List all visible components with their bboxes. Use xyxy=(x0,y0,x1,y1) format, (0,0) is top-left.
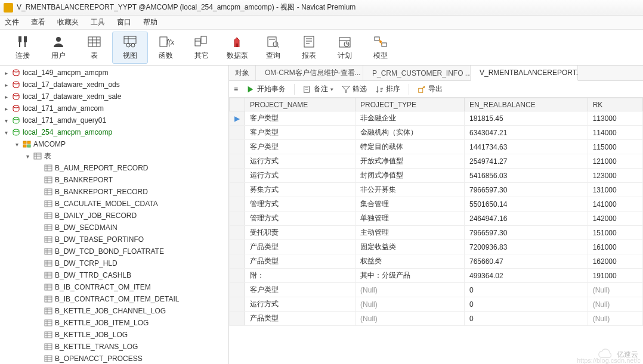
table-B_DW_SECDMAIN[interactable]: B_DW_SECDMAIN xyxy=(0,222,228,234)
connection-tree[interactable]: ▸local_149_amcpm_amcpm▸local_17_dataware… xyxy=(0,66,229,364)
data-grid[interactable]: PROJECT_NAMEPROJECT_TYPEEN_REALBALANCERK… xyxy=(229,98,643,364)
connection-local_149_amcpm_amcpm[interactable]: ▸local_149_amcpm_amcpm xyxy=(0,67,228,79)
cell[interactable]: 非公开募集 xyxy=(355,183,465,197)
connection-local_254_amcpm_amcomp[interactable]: ▾local_254_amcpm_amcomp xyxy=(0,126,228,138)
toolbar-connect[interactable]: 连接 xyxy=(5,32,41,64)
expand-icon[interactable]: ▸ xyxy=(2,94,10,100)
cell[interactable]: 0 xyxy=(464,283,588,297)
table-row[interactable]: 产品类型权益类765660.47162000 xyxy=(230,254,643,269)
expand-icon[interactable]: ▸ xyxy=(2,82,10,88)
toolbar-datapump[interactable]: 数据泵 xyxy=(220,32,255,64)
table-B_DW_TCRP_HLD[interactable]: B_DW_TCRP_HLD xyxy=(0,257,228,269)
table-B_DW_TTRD_CASHLB[interactable]: B_DW_TTRD_CASHLB xyxy=(0,269,228,281)
cell[interactable]: 6343047.21 xyxy=(464,126,588,140)
cell[interactable]: 765660.47 xyxy=(464,254,588,269)
table-B_AUM_REPORT_RECORD[interactable]: B_AUM_REPORT_RECORD xyxy=(0,162,228,174)
cell[interactable]: 161000 xyxy=(588,240,642,254)
cell[interactable]: 封闭式净值型 xyxy=(355,169,465,183)
table-B_KETTLE_JOB_LOG[interactable]: B_KETTLE_JOB_LOG xyxy=(0,329,228,341)
connection-local_17_dataware_xedm_sale[interactable]: ▸local_17_dataware_xedm_sale xyxy=(0,91,228,102)
cell[interactable]: 499364.02 xyxy=(464,269,588,283)
cell[interactable]: 开放式净值型 xyxy=(355,154,465,169)
sort-button[interactable]: 排序 xyxy=(375,84,400,94)
filter-button[interactable]: 筛选 xyxy=(342,84,367,94)
cell[interactable]: 管理方式 xyxy=(245,197,355,211)
cell[interactable]: 客户类型 xyxy=(245,140,355,154)
toolbar-report[interactable]: 报表 xyxy=(291,32,327,64)
table-row[interactable]: 管理方式单独管理2464947.16142000 xyxy=(230,211,643,226)
table-row[interactable]: 募集方式非公开募集7966597.30131000 xyxy=(230,183,643,197)
table-row[interactable]: 运行方式开放式净值型2549741.27121000 xyxy=(230,154,643,169)
expand-icon[interactable]: ▾ xyxy=(13,141,20,148)
cell[interactable]: (Null) xyxy=(588,283,642,297)
cell[interactable]: 121000 xyxy=(588,154,642,169)
col-RK[interactable]: RK xyxy=(588,98,642,111)
col-EN_REALBALANCE[interactable]: EN_REALBALANCE xyxy=(464,98,588,111)
tab-objects[interactable]: 对象 xyxy=(229,66,256,80)
cell[interactable]: (Null) xyxy=(588,297,642,312)
begin-transaction-button[interactable]: 开始事务 xyxy=(246,84,286,94)
cell[interactable]: 191000 xyxy=(588,269,642,283)
col-PROJECT_NAME[interactable]: PROJECT_NAME xyxy=(245,98,355,111)
cell[interactable]: 162000 xyxy=(588,254,642,269)
toolbar-view[interactable]: 视图 xyxy=(112,32,148,64)
cell[interactable]: 特定目的载体 xyxy=(355,140,465,154)
cell[interactable]: 募集方式 xyxy=(245,183,355,197)
cell[interactable]: 141000 xyxy=(588,197,642,211)
table-B_KETTLE_JOB_CHANNEL_LOG[interactable]: B_KETTLE_JOB_CHANNEL_LOG xyxy=(0,305,228,317)
cell[interactable]: 142000 xyxy=(588,211,642,226)
expand-icon[interactable]: ▸ xyxy=(2,105,10,112)
cell[interactable]: 7200936.83 xyxy=(464,240,588,254)
cell[interactable]: 0 xyxy=(464,312,588,326)
cell[interactable]: 受托职责 xyxy=(245,226,355,240)
toolbar-model[interactable]: 模型 xyxy=(363,32,398,64)
table-B_DAILY_JOB_RECORD[interactable]: B_DAILY_JOB_RECORD xyxy=(0,210,228,222)
cell[interactable]: 2549741.27 xyxy=(464,154,588,169)
cell[interactable]: 附： xyxy=(245,269,355,283)
connection-local_171_amdw_amcom[interactable]: ▸local_171_amdw_amcom xyxy=(0,102,228,114)
table-B_DW_TCD_BOND_FLOATRATE[interactable]: B_DW_TCD_BOND_FLOATRATE xyxy=(0,245,228,257)
cell[interactable]: (Null) xyxy=(355,297,465,312)
toolbar-query[interactable]: 查询 xyxy=(255,32,291,64)
cell[interactable]: 运行方式 xyxy=(245,154,355,169)
cell[interactable]: 产品类型 xyxy=(245,312,355,326)
cell[interactable]: 1441734.63 xyxy=(464,140,588,154)
cell[interactable]: 客户类型 xyxy=(245,283,355,297)
cell[interactable]: 5501650.14 xyxy=(464,197,588,211)
expand-icon[interactable]: ▾ xyxy=(2,129,10,136)
table-B_KETTLE_TRANS_LOG[interactable]: B_KETTLE_TRANS_LOG xyxy=(0,341,228,353)
cell[interactable]: 非金融企业 xyxy=(355,111,465,126)
table-row[interactable]: 产品类型(Null)0(Null) xyxy=(230,312,643,326)
expand-icon[interactable]: ▾ xyxy=(24,153,31,160)
table-row[interactable]: 运行方式(Null)0(Null) xyxy=(230,297,643,312)
table-B_IB_CONTRACT_OM_ITEM_DETAIL[interactable]: B_IB_CONTRACT_OM_ITEM_DETAIL xyxy=(0,293,228,305)
table-row[interactable]: 产品类型固定收益类7200936.83161000 xyxy=(230,240,643,254)
table-row[interactable]: 附：其中：分级产品499364.02191000 xyxy=(230,269,643,283)
cell[interactable]: 181815.45 xyxy=(464,111,588,126)
export-button[interactable]: 导出 xyxy=(418,84,443,94)
table-row[interactable]: 客户类型金融机构（实体）6343047.21114000 xyxy=(230,126,643,140)
table-row[interactable]: 运行方式封闭式净值型5416856.03123000 xyxy=(230,169,643,183)
toolbar-schedule[interactable]: 计划 xyxy=(327,32,363,64)
cell[interactable]: (Null) xyxy=(355,312,465,326)
table-row[interactable]: 管理方式集合管理5501650.14141000 xyxy=(230,197,643,211)
cell[interactable]: 2464947.16 xyxy=(464,211,588,226)
cell[interactable]: 集合管理 xyxy=(355,197,465,211)
cell[interactable]: 运行方式 xyxy=(245,297,355,312)
table-B_DW_TBASE_PORTINFO[interactable]: B_DW_TBASE_PORTINFO xyxy=(0,234,228,245)
menu-查看[interactable]: 查看 xyxy=(31,17,45,27)
toolbar-other[interactable]: 其它 xyxy=(184,32,220,64)
table-row[interactable]: 客户类型特定目的载体1441734.63115000 xyxy=(230,140,643,154)
toolbar-user[interactable]: 用户 xyxy=(41,32,76,64)
cell[interactable]: 7966597.30 xyxy=(464,226,588,240)
tab-pcrm-tab[interactable]: P_CRM_CUSTOMER_INFO ... xyxy=(363,66,471,80)
menu-帮助[interactable]: 帮助 xyxy=(143,17,157,27)
cell[interactable]: 5416856.03 xyxy=(464,169,588,183)
grid-menu-button[interactable]: ≡ xyxy=(234,85,238,94)
cell[interactable]: 其中：分级产品 xyxy=(355,269,465,283)
cell[interactable]: 131000 xyxy=(588,183,642,197)
schema-AMCOMP[interactable]: ▾AMCOMP xyxy=(0,138,228,150)
cell[interactable]: 管理方式 xyxy=(245,211,355,226)
cell[interactable]: 单独管理 xyxy=(355,211,465,226)
toolbar-table[interactable]: 表 xyxy=(76,32,112,64)
